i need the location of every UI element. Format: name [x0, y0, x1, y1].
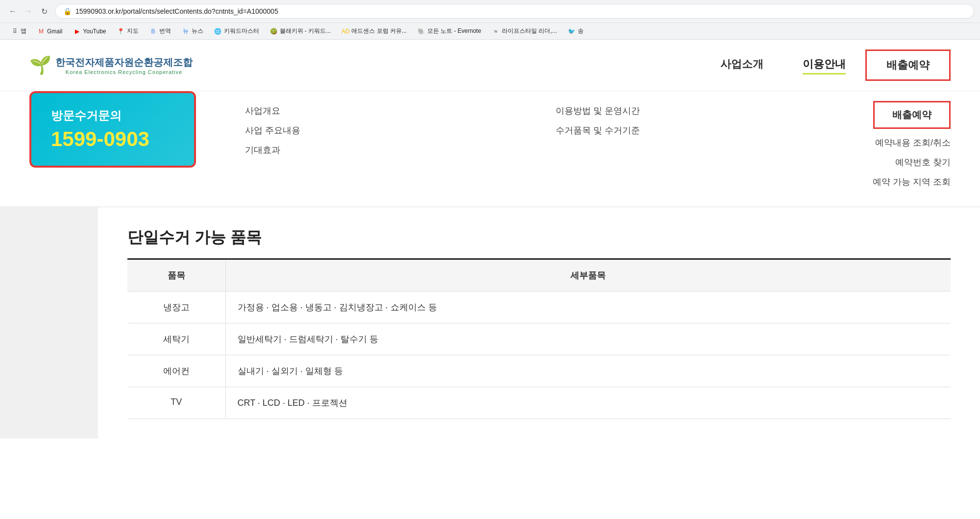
table-row: TV CRT · LCD · LED · 프로젝션	[127, 387, 951, 419]
bookmark-adsense[interactable]: AD 애드센스 포럼 커유...	[337, 25, 412, 37]
bookmark-lifestyle[interactable]: ≈ 라이프스타일 리더,...	[487, 25, 562, 37]
bookmark-song-label: 송	[578, 27, 584, 35]
browser-chrome: ← → ↻ 🔒 15990903.or.kr/portal/cnts/selec…	[0, 0, 980, 40]
table-cell-category: 에어컨	[127, 355, 225, 387]
youtube-icon: ▶	[73, 27, 81, 35]
table-cell-detail: 실내기 · 실외기 · 일체형 등	[225, 355, 951, 387]
bookmark-youtube-label: YouTube	[83, 28, 106, 35]
bookmark-evernote-label: 모든 노트 - Evernote	[427, 27, 481, 35]
site-header: 🌱 한국전자제품자원순환공제조합 Korea Electronics Recyc…	[0, 40, 980, 91]
table-row: 세탁기 일반세탁기 · 드럼세탁기 · 탈수기 등	[127, 323, 951, 355]
bookmark-blackkiwi-label: 블래키위 - 키워드...	[280, 27, 331, 35]
table-cell-category: TV	[127, 387, 225, 419]
bookmark-song[interactable]: 🐦 송	[563, 25, 588, 37]
th-category: 품목	[127, 260, 225, 292]
mega-menu-area: 방문수거문의 1599-0903 사업개요 사업 주요내용 기대효과 이용방법 …	[0, 91, 980, 207]
th-detail: 세부품목	[225, 260, 951, 292]
apps-icon: ⠿	[11, 27, 19, 35]
logo-english: Korea Electronics Recycling Cooperative	[66, 69, 182, 75]
mega-item-biz-effect[interactable]: 기대효과	[245, 140, 280, 160]
bookmark-gmail[interactable]: M Gmail	[32, 25, 67, 37]
table-header-row: 품목 세부품목	[127, 260, 951, 292]
content-area: 단일수거 가능 품목 품목 세부품목 냉장고 가정용 · 업소용 · 냉동고 ·…	[0, 207, 980, 439]
reload-button[interactable]: ↻	[37, 4, 51, 18]
bookmark-kwmaster-label: 키워드마스터	[224, 27, 259, 35]
forward-button[interactable]: →	[22, 4, 35, 18]
bookmark-gmail-label: Gmail	[47, 28, 62, 35]
table-cell-detail: CRT · LCD · LED · 프로젝션	[225, 387, 951, 419]
phone-banner: 방문수거문의 1599-0903	[29, 91, 196, 168]
nav-item-guide[interactable]: 이용안내	[803, 57, 846, 74]
section-title: 단일수거 가능 품목	[127, 227, 951, 248]
bookmark-lifestyle-label: 라이프스타일 리더,...	[502, 27, 557, 35]
phone-label: 방문수거문의	[51, 108, 174, 124]
bookmark-youtube[interactable]: ▶ YouTube	[68, 25, 111, 37]
table-row: 에어컨 실내기 · 실외기 · 일체형 등	[127, 355, 951, 387]
bookmark-apps-label: 앱	[21, 27, 26, 35]
logo-area: 한국전자제품자원순환공제조합 Korea Electronics Recycli…	[55, 56, 193, 75]
blackkiwi-icon: 🥝	[270, 27, 278, 35]
adsense-icon: AD	[342, 27, 349, 35]
lifestyle-icon: ≈	[492, 27, 500, 35]
mega-item-biz-main[interactable]: 사업 주요내용	[245, 121, 300, 140]
content-sidebar	[0, 207, 98, 439]
bookmark-evernote[interactable]: 🐘 모든 노트 - Evernote	[413, 25, 486, 37]
table-cell-category: 냉장고	[127, 292, 225, 323]
bookmark-kwmaster[interactable]: 🌐 키워드마스터	[209, 25, 264, 37]
bookmark-blackkiwi[interactable]: 🥝 블래키위 - 키워드...	[265, 25, 336, 37]
mega-item-usage[interactable]: 이용방법 및 운영시간	[556, 101, 640, 121]
maps-icon: 📍	[117, 27, 125, 35]
bookmark-maps-label: 지도	[127, 27, 139, 35]
logo-wrapper: 🌱 한국전자제품자원순환공제조합 Korea Electronics Recyc…	[29, 55, 193, 75]
mega-item-items[interactable]: 수거품목 및 수거기준	[556, 121, 640, 140]
page-content: 🌱 한국전자제품자원순환공제조합 Korea Electronics Recyc…	[0, 40, 980, 481]
address-bar[interactable]: 🔒 15990903.or.kr/portal/cnts/selectConte…	[55, 4, 974, 19]
main-nav: 사업소개 이용안내	[720, 57, 846, 74]
bookmark-translate-label: 번역	[159, 27, 171, 35]
mega-item-biz-overview[interactable]: 사업개요	[245, 101, 280, 121]
phone-number: 1599-0903	[51, 127, 174, 151]
bookmark-apps[interactable]: ⠿ 앱	[6, 25, 31, 37]
song-icon: 🐦	[568, 27, 576, 35]
content-main: 단일수거 가능 품목 품목 세부품목 냉장고 가정용 · 업소용 · 냉동고 ·…	[98, 207, 980, 439]
mega-item-check-reserve[interactable]: 예약내용 조회/취소	[875, 133, 951, 152]
items-table: 품목 세부품목 냉장고 가정용 · 업소용 · 냉동고 · 김치냉장고 · 쇼케…	[127, 260, 951, 419]
gmail-icon: M	[37, 27, 45, 35]
mega-item-find-number[interactable]: 예약번호 찾기	[895, 152, 951, 172]
bookmark-news-label: 뉴스	[192, 27, 203, 35]
table-cell-detail: 가정용 · 업소용 · 냉동고 · 김치냉장고 · 쇼케이스 등	[225, 292, 951, 323]
nav-item-business[interactable]: 사업소개	[720, 57, 763, 74]
table-row: 냉장고 가정용 · 업소용 · 냉동고 · 김치냉장고 · 쇼케이스 등	[127, 292, 951, 323]
nav-buttons: ← → ↻	[6, 4, 51, 18]
kwmaster-icon: 🌐	[214, 27, 222, 35]
browser-toolbar: ← → ↻ 🔒 15990903.or.kr/portal/cnts/selec…	[0, 0, 980, 23]
bookmark-maps[interactable]: 📍 지도	[112, 25, 144, 37]
url-text: 15990903.or.kr/portal/cnts/selectContent…	[75, 7, 278, 15]
translate-icon: B	[149, 27, 157, 35]
news-icon: 뉴	[182, 27, 190, 35]
mega-menu-cols: 사업개요 사업 주요내용 기대효과 이용방법 및 운영시간 수거품목 및 수거기…	[196, 91, 980, 192]
mega-item-area-search[interactable]: 예약 가능 지역 조회	[873, 172, 951, 192]
mega-col-guide: 이용방법 및 운영시간 수거품목 및 수거기준	[480, 101, 715, 192]
bookmark-adsense-label: 애드센스 포럼 커유...	[351, 27, 407, 35]
logo-icon: 🌱	[29, 55, 51, 75]
bookmark-news[interactable]: 뉴 뉴스	[177, 25, 208, 37]
table-cell-detail: 일반세탁기 · 드럼세탁기 · 탈수기 등	[225, 323, 951, 355]
logo-korean: 한국전자제품자원순환공제조합	[55, 56, 193, 69]
bookmarks-bar: ⠿ 앱 M Gmail ▶ YouTube 📍 지도 B 번역 뉴 뉴스 🌐 키…	[0, 23, 980, 39]
mega-reserve-button[interactable]: 배출예약	[873, 101, 951, 129]
mega-col-business: 사업개요 사업 주요내용 기대효과	[245, 101, 480, 192]
evernote-icon: 🐘	[417, 27, 425, 35]
back-button[interactable]: ←	[6, 4, 20, 18]
header-reserve-button[interactable]: 배출예약	[865, 49, 951, 81]
table-cell-category: 세탁기	[127, 323, 225, 355]
lock-icon: 🔒	[63, 7, 72, 15]
mega-col-reserve: 배출예약 예약내용 조회/취소 예약번호 찾기 예약 가능 지역 조회	[715, 101, 951, 192]
bookmark-translate[interactable]: B 번역	[145, 25, 176, 37]
